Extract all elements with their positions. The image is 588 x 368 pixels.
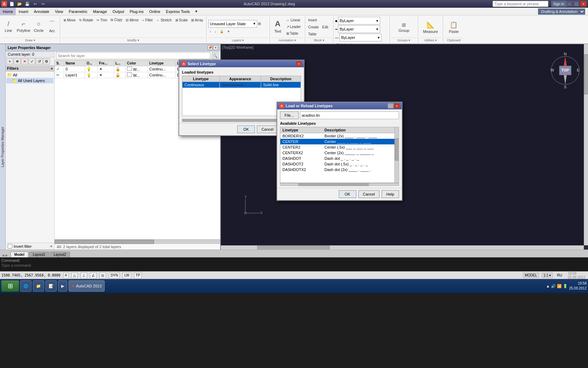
col-status[interactable]: S. bbox=[55, 61, 64, 66]
menu-insert[interactable]: Insert bbox=[16, 8, 31, 15]
layer-1-on[interactable]: 💡 bbox=[85, 72, 98, 78]
ribbon-btn-measure[interactable]: 📐 Measure bbox=[422, 18, 440, 37]
ribbon-btn-linear[interactable]: ↔ Linear bbox=[285, 17, 302, 23]
layer-0-freeze[interactable]: ☀ bbox=[98, 66, 114, 72]
list-item[interactable]: DASHDOT Dash dot _ . _ . _ . _ bbox=[280, 156, 399, 161]
menu-express-tools[interactable]: Express Tools bbox=[163, 8, 192, 15]
qat-save[interactable]: 💾 bbox=[24, 1, 31, 7]
panel-close[interactable]: × bbox=[213, 45, 218, 50]
list-item[interactable]: CENTER2 Center (.5x) ___ _ ___ _ ___ bbox=[280, 144, 399, 150]
filter-all-used[interactable]: 📁 All Used Layers bbox=[6, 78, 54, 83]
minimize-button[interactable]: − bbox=[566, 1, 573, 7]
col-linetype[interactable]: Linetype bbox=[148, 61, 175, 66]
layer-btn-1[interactable]: ↑ bbox=[208, 28, 213, 35]
col-color[interactable]: Color bbox=[125, 61, 148, 66]
taskbar-notepad[interactable]: 📝 bbox=[46, 280, 57, 292]
file-name-input[interactable] bbox=[300, 111, 399, 119]
command-input[interactable] bbox=[1, 263, 587, 267]
status-osnap-btn[interactable]: ◎ bbox=[99, 272, 106, 279]
layer-0-on[interactable]: 💡 bbox=[85, 66, 98, 72]
select-linetype-title-bar[interactable]: A Select Linetype × bbox=[179, 60, 304, 67]
canvas-scroll-h[interactable] bbox=[221, 245, 584, 250]
menu-plugins[interactable]: Plug-ins bbox=[127, 8, 147, 15]
layer-0-name[interactable]: 0 bbox=[64, 66, 85, 72]
status-snap-btn[interactable]: △ bbox=[71, 272, 78, 279]
sign-in-button[interactable]: Sign In bbox=[551, 1, 566, 7]
menu-parametric[interactable]: Parametric bbox=[66, 8, 90, 15]
layer-1-color[interactable]: W... bbox=[125, 72, 148, 78]
menu-more[interactable]: ▾ bbox=[192, 8, 200, 15]
layer-1-freeze[interactable]: ☀ bbox=[98, 72, 114, 78]
list-item[interactable]: CENTERX2 Center (2x) _____ _ _____ _ bbox=[280, 150, 399, 156]
layer-btn-4[interactable]: ☀ bbox=[226, 28, 231, 35]
ribbon-btn-scale[interactable]: ⊞ Scale bbox=[174, 17, 189, 23]
tab-prev-btn[interactable]: ◄ bbox=[1, 253, 5, 257]
taskbar-autocad[interactable]: A AutoCAD 2013 bbox=[69, 280, 105, 292]
model-indicator[interactable]: MODEL bbox=[523, 273, 539, 278]
select-linetype-ok[interactable]: OK bbox=[237, 125, 255, 133]
bylayer-dropdown-3[interactable]: ByLayer ▾ bbox=[340, 34, 382, 41]
delete-layer-btn[interactable]: ✕ bbox=[21, 58, 28, 64]
keyword-search-input[interactable] bbox=[492, 1, 548, 7]
tab-layout2[interactable]: Layout2 bbox=[50, 252, 70, 257]
load-dialog-close[interactable]: × bbox=[394, 103, 400, 108]
bylayer-dropdown-2[interactable]: ByLayer ▾ bbox=[338, 25, 380, 33]
status-lw-btn[interactable]: LW bbox=[122, 272, 131, 279]
list-item[interactable]: CENTER Center ____ _ ____ _ ____ bbox=[280, 139, 399, 144]
load-help-button[interactable]: Help bbox=[382, 190, 399, 198]
tab-next-btn[interactable]: ► bbox=[5, 253, 8, 257]
col-freeze[interactable]: Fre... bbox=[98, 61, 114, 66]
lt-list-scroll-thumb-h[interactable] bbox=[298, 183, 369, 186]
taskbar-mediaplayer[interactable]: ▶ bbox=[58, 280, 67, 292]
set-current-btn[interactable]: ✓ bbox=[28, 58, 35, 64]
ribbon-btn-mirror[interactable]: ⊟ Mirror bbox=[124, 17, 140, 23]
start-button[interactable]: ⊞ bbox=[1, 280, 19, 292]
load-ok-button[interactable]: OK bbox=[339, 190, 356, 198]
layer-search-btn[interactable]: 🔍 bbox=[212, 52, 219, 59]
scale-indicator[interactable]: 1:1 ▾ bbox=[542, 273, 553, 278]
list-item[interactable]: DASHDOTX2 Dash dot (2x) ____ . ____ . bbox=[280, 167, 399, 172]
layer-scroll-thumb-h[interactable] bbox=[55, 240, 154, 244]
filter-collapse-btn[interactable]: « bbox=[51, 66, 53, 70]
col-lock[interactable]: L... bbox=[114, 61, 125, 66]
layer-state-dropdown[interactable]: Unsaved Layer State ▾ bbox=[208, 20, 257, 28]
qat-undo[interactable]: ↩ bbox=[31, 1, 38, 7]
close-button[interactable]: × bbox=[580, 1, 587, 7]
ribbon-btn-line[interactable]: / Line bbox=[2, 17, 15, 36]
status-ortho-btn[interactable]: ⊥ bbox=[80, 272, 87, 279]
workspace-dropdown[interactable]: Drafting & Annotation bbox=[538, 8, 585, 15]
ribbon-btn-polyline[interactable]: ⌐ Polyline bbox=[15, 17, 32, 36]
bylayer-dropdown-1[interactable]: ByLayer ▾ bbox=[338, 17, 380, 25]
status-polar-btn[interactable]: ∠ bbox=[90, 272, 97, 279]
qat-redo[interactable]: ↪ bbox=[39, 1, 46, 7]
layer-0-color[interactable]: W... bbox=[125, 66, 148, 72]
ribbon-btn-table[interactable]: ⊞ Table bbox=[285, 30, 302, 36]
ribbon-btn-array[interactable]: ⊞ Array bbox=[190, 17, 204, 23]
menu-manage[interactable]: Manage bbox=[90, 8, 110, 15]
panel-auto-hide[interactable]: 📌 bbox=[208, 45, 212, 50]
qat-new[interactable]: 📄 bbox=[8, 1, 15, 7]
ribbon-btn-group[interactable]: ⊞ Group bbox=[397, 20, 411, 34]
table-row[interactable]: Continuous Solid line bbox=[182, 82, 301, 88]
ribbon-btn-stretch[interactable]: ↔ Stretch bbox=[155, 17, 173, 23]
ribbon-btn-fillet[interactable]: ⌐ Fillet bbox=[141, 17, 154, 23]
taskbar-ie[interactable]: 🌐 bbox=[20, 280, 31, 292]
list-item[interactable]: BORDERX2 Border (2x) ____ . ____ . ____ bbox=[280, 133, 399, 139]
status-grid-btn[interactable]: # bbox=[63, 272, 69, 279]
file-button[interactable]: File... bbox=[280, 111, 299, 119]
ribbon-btn-trim[interactable]: ✂ Trim bbox=[95, 17, 108, 23]
qat-open[interactable]: 📂 bbox=[16, 1, 23, 7]
menu-output[interactable]: Output bbox=[110, 8, 127, 15]
layer-btn-3[interactable]: 🔓 bbox=[218, 28, 225, 35]
layer-btn-2[interactable]: ↓ bbox=[213, 28, 218, 35]
select-linetype-close[interactable]: × bbox=[296, 61, 302, 66]
layer-props-btn[interactable]: ⊞ bbox=[258, 20, 266, 28]
ribbon-btn-create[interactable]: Create bbox=[307, 24, 320, 30]
menu-annotate[interactable]: Annotate bbox=[31, 8, 52, 15]
invert-collapse-btn[interactable]: « bbox=[50, 244, 52, 248]
ribbon-btn-leader[interactable]: ↗ Leader bbox=[285, 23, 302, 30]
new-frozen-layer-btn[interactable]: ❄ bbox=[14, 58, 21, 64]
maximize-button[interactable]: □ bbox=[573, 1, 580, 7]
ribbon-btn-circle[interactable]: ○ Circle bbox=[33, 17, 45, 36]
canvas-scroll-thumb-h[interactable] bbox=[257, 246, 330, 250]
